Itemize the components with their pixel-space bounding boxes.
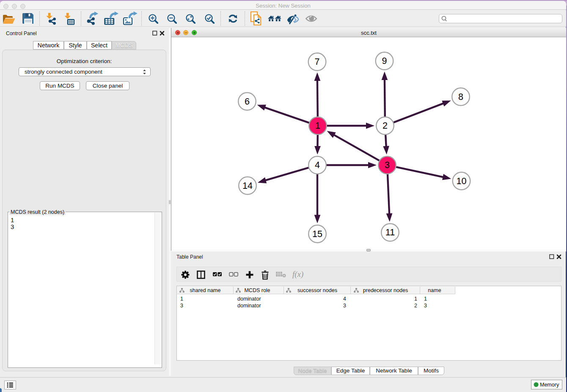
svg-text:9: 9: [382, 56, 387, 66]
svg-text:8: 8: [458, 92, 463, 102]
svg-text:15: 15: [312, 229, 322, 239]
svg-text:10: 10: [457, 176, 467, 186]
svg-text:2: 2: [383, 121, 388, 131]
svg-text:6: 6: [245, 97, 250, 107]
svg-text:3: 3: [385, 160, 390, 170]
svg-text:1: 1: [315, 121, 320, 131]
svg-text:11: 11: [385, 227, 395, 237]
svg-text:14: 14: [242, 181, 253, 191]
svg-text:4: 4: [315, 160, 320, 170]
svg-text:7: 7: [315, 57, 320, 67]
svg-text:Memory: Memory: [540, 382, 559, 388]
